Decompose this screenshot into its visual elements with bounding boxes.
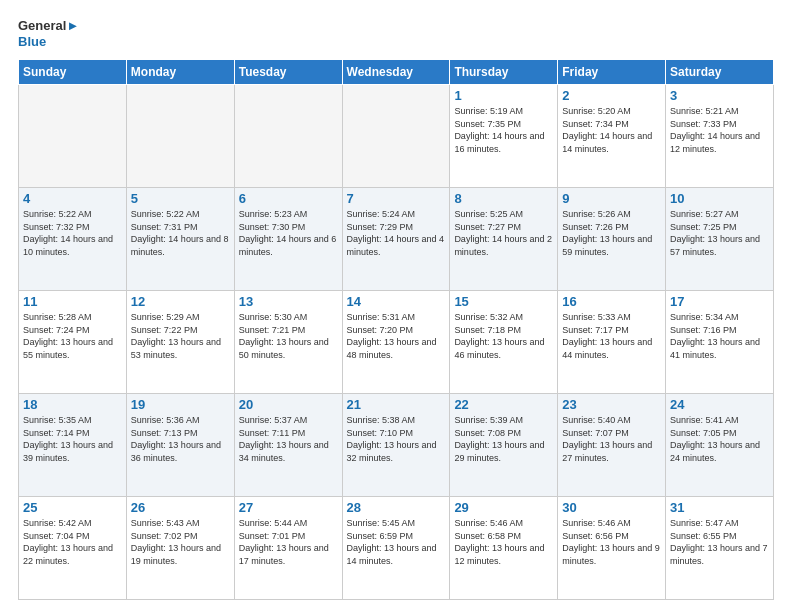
day-info: Sunrise: 5:30 AMSunset: 7:21 PMDaylight:… — [239, 311, 338, 361]
day-info: Sunrise: 5:43 AMSunset: 7:02 PMDaylight:… — [131, 517, 230, 567]
day-info: Sunrise: 5:19 AMSunset: 7:35 PMDaylight:… — [454, 105, 553, 155]
calendar-day-cell: 22Sunrise: 5:39 AMSunset: 7:08 PMDayligh… — [450, 394, 558, 497]
day-info: Sunrise: 5:42 AMSunset: 7:04 PMDaylight:… — [23, 517, 122, 567]
weekday-header-row: SundayMondayTuesdayWednesdayThursdayFrid… — [19, 60, 774, 85]
calendar-day-cell: 17Sunrise: 5:34 AMSunset: 7:16 PMDayligh… — [666, 291, 774, 394]
day-info: Sunrise: 5:29 AMSunset: 7:22 PMDaylight:… — [131, 311, 230, 361]
calendar-day-cell — [19, 85, 127, 188]
day-info: Sunrise: 5:38 AMSunset: 7:10 PMDaylight:… — [347, 414, 446, 464]
calendar-day-cell: 4Sunrise: 5:22 AMSunset: 7:32 PMDaylight… — [19, 188, 127, 291]
calendar-day-cell — [234, 85, 342, 188]
day-number: 4 — [23, 191, 122, 206]
day-number: 29 — [454, 500, 553, 515]
calendar-day-cell: 9Sunrise: 5:26 AMSunset: 7:26 PMDaylight… — [558, 188, 666, 291]
day-info: Sunrise: 5:46 AMSunset: 6:58 PMDaylight:… — [454, 517, 553, 567]
day-info: Sunrise: 5:28 AMSunset: 7:24 PMDaylight:… — [23, 311, 122, 361]
calendar-day-cell: 23Sunrise: 5:40 AMSunset: 7:07 PMDayligh… — [558, 394, 666, 497]
weekday-header: Wednesday — [342, 60, 450, 85]
day-number: 16 — [562, 294, 661, 309]
logo-general: General► — [18, 18, 79, 34]
day-info: Sunrise: 5:21 AMSunset: 7:33 PMDaylight:… — [670, 105, 769, 155]
calendar-week-row: 4Sunrise: 5:22 AMSunset: 7:32 PMDaylight… — [19, 188, 774, 291]
day-number: 14 — [347, 294, 446, 309]
calendar-day-cell: 28Sunrise: 5:45 AMSunset: 6:59 PMDayligh… — [342, 497, 450, 600]
day-number: 27 — [239, 500, 338, 515]
day-number: 7 — [347, 191, 446, 206]
day-number: 28 — [347, 500, 446, 515]
day-info: Sunrise: 5:22 AMSunset: 7:31 PMDaylight:… — [131, 208, 230, 258]
day-number: 23 — [562, 397, 661, 412]
calendar-day-cell: 29Sunrise: 5:46 AMSunset: 6:58 PMDayligh… — [450, 497, 558, 600]
day-info: Sunrise: 5:46 AMSunset: 6:56 PMDaylight:… — [562, 517, 661, 567]
weekday-header: Saturday — [666, 60, 774, 85]
day-info: Sunrise: 5:20 AMSunset: 7:34 PMDaylight:… — [562, 105, 661, 155]
day-info: Sunrise: 5:23 AMSunset: 7:30 PMDaylight:… — [239, 208, 338, 258]
day-number: 12 — [131, 294, 230, 309]
day-info: Sunrise: 5:25 AMSunset: 7:27 PMDaylight:… — [454, 208, 553, 258]
calendar-day-cell: 5Sunrise: 5:22 AMSunset: 7:31 PMDaylight… — [126, 188, 234, 291]
day-number: 8 — [454, 191, 553, 206]
day-info: Sunrise: 5:36 AMSunset: 7:13 PMDaylight:… — [131, 414, 230, 464]
day-info: Sunrise: 5:37 AMSunset: 7:11 PMDaylight:… — [239, 414, 338, 464]
header: General► Blue — [18, 18, 774, 49]
calendar-day-cell: 31Sunrise: 5:47 AMSunset: 6:55 PMDayligh… — [666, 497, 774, 600]
day-number: 19 — [131, 397, 230, 412]
calendar-day-cell: 18Sunrise: 5:35 AMSunset: 7:14 PMDayligh… — [19, 394, 127, 497]
day-info: Sunrise: 5:27 AMSunset: 7:25 PMDaylight:… — [670, 208, 769, 258]
day-number: 1 — [454, 88, 553, 103]
day-number: 11 — [23, 294, 122, 309]
calendar-day-cell: 3Sunrise: 5:21 AMSunset: 7:33 PMDaylight… — [666, 85, 774, 188]
day-number: 30 — [562, 500, 661, 515]
calendar-day-cell: 26Sunrise: 5:43 AMSunset: 7:02 PMDayligh… — [126, 497, 234, 600]
calendar-week-row: 1Sunrise: 5:19 AMSunset: 7:35 PMDaylight… — [19, 85, 774, 188]
weekday-header: Sunday — [19, 60, 127, 85]
day-info: Sunrise: 5:31 AMSunset: 7:20 PMDaylight:… — [347, 311, 446, 361]
day-info: Sunrise: 5:44 AMSunset: 7:01 PMDaylight:… — [239, 517, 338, 567]
day-info: Sunrise: 5:40 AMSunset: 7:07 PMDaylight:… — [562, 414, 661, 464]
calendar-day-cell: 6Sunrise: 5:23 AMSunset: 7:30 PMDaylight… — [234, 188, 342, 291]
calendar-day-cell — [342, 85, 450, 188]
calendar-day-cell: 25Sunrise: 5:42 AMSunset: 7:04 PMDayligh… — [19, 497, 127, 600]
calendar-day-cell: 16Sunrise: 5:33 AMSunset: 7:17 PMDayligh… — [558, 291, 666, 394]
day-number: 17 — [670, 294, 769, 309]
day-number: 20 — [239, 397, 338, 412]
day-number: 6 — [239, 191, 338, 206]
day-number: 24 — [670, 397, 769, 412]
weekday-header: Friday — [558, 60, 666, 85]
calendar-day-cell: 19Sunrise: 5:36 AMSunset: 7:13 PMDayligh… — [126, 394, 234, 497]
day-number: 21 — [347, 397, 446, 412]
calendar-day-cell: 21Sunrise: 5:38 AMSunset: 7:10 PMDayligh… — [342, 394, 450, 497]
calendar-day-cell: 2Sunrise: 5:20 AMSunset: 7:34 PMDaylight… — [558, 85, 666, 188]
logo-blue: Blue — [18, 34, 79, 50]
day-number: 25 — [23, 500, 122, 515]
day-info: Sunrise: 5:47 AMSunset: 6:55 PMDaylight:… — [670, 517, 769, 567]
calendar-week-row: 18Sunrise: 5:35 AMSunset: 7:14 PMDayligh… — [19, 394, 774, 497]
weekday-header: Monday — [126, 60, 234, 85]
day-info: Sunrise: 5:32 AMSunset: 7:18 PMDaylight:… — [454, 311, 553, 361]
calendar-day-cell: 15Sunrise: 5:32 AMSunset: 7:18 PMDayligh… — [450, 291, 558, 394]
day-info: Sunrise: 5:34 AMSunset: 7:16 PMDaylight:… — [670, 311, 769, 361]
calendar-table: SundayMondayTuesdayWednesdayThursdayFrid… — [18, 59, 774, 600]
calendar-day-cell: 27Sunrise: 5:44 AMSunset: 7:01 PMDayligh… — [234, 497, 342, 600]
weekday-header: Tuesday — [234, 60, 342, 85]
day-number: 5 — [131, 191, 230, 206]
day-info: Sunrise: 5:33 AMSunset: 7:17 PMDaylight:… — [562, 311, 661, 361]
day-number: 9 — [562, 191, 661, 206]
logo: General► Blue — [18, 18, 79, 49]
calendar-day-cell: 24Sunrise: 5:41 AMSunset: 7:05 PMDayligh… — [666, 394, 774, 497]
calendar-day-cell: 11Sunrise: 5:28 AMSunset: 7:24 PMDayligh… — [19, 291, 127, 394]
day-number: 3 — [670, 88, 769, 103]
calendar-week-row: 11Sunrise: 5:28 AMSunset: 7:24 PMDayligh… — [19, 291, 774, 394]
calendar-day-cell: 7Sunrise: 5:24 AMSunset: 7:29 PMDaylight… — [342, 188, 450, 291]
calendar-week-row: 25Sunrise: 5:42 AMSunset: 7:04 PMDayligh… — [19, 497, 774, 600]
day-info: Sunrise: 5:39 AMSunset: 7:08 PMDaylight:… — [454, 414, 553, 464]
calendar-day-cell: 8Sunrise: 5:25 AMSunset: 7:27 PMDaylight… — [450, 188, 558, 291]
calendar-day-cell: 30Sunrise: 5:46 AMSunset: 6:56 PMDayligh… — [558, 497, 666, 600]
calendar-day-cell: 13Sunrise: 5:30 AMSunset: 7:21 PMDayligh… — [234, 291, 342, 394]
day-number: 2 — [562, 88, 661, 103]
day-info: Sunrise: 5:24 AMSunset: 7:29 PMDaylight:… — [347, 208, 446, 258]
calendar-day-cell: 1Sunrise: 5:19 AMSunset: 7:35 PMDaylight… — [450, 85, 558, 188]
calendar-day-cell: 12Sunrise: 5:29 AMSunset: 7:22 PMDayligh… — [126, 291, 234, 394]
calendar-day-cell — [126, 85, 234, 188]
day-info: Sunrise: 5:35 AMSunset: 7:14 PMDaylight:… — [23, 414, 122, 464]
